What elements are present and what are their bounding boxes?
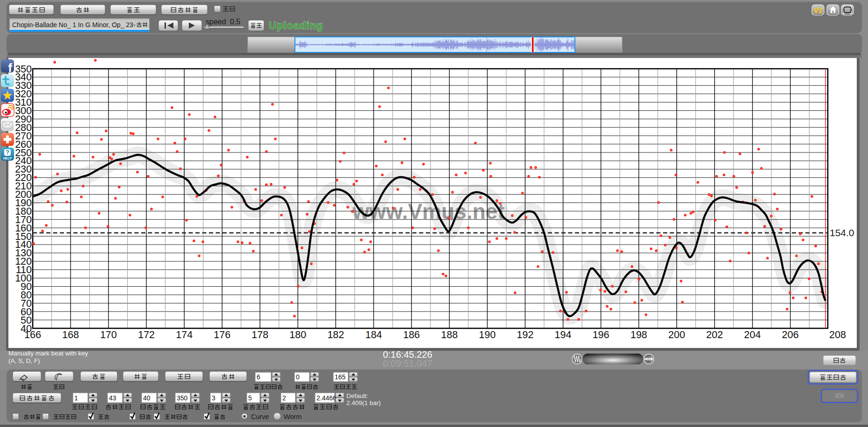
svg-text:180: 180 xyxy=(289,329,306,340)
svg-text:178: 178 xyxy=(251,329,268,340)
svg-text:0.5: 0.5 xyxy=(230,18,240,26)
svg-text:0: 0 xyxy=(296,373,300,381)
svg-text:3: 3 xyxy=(212,394,215,402)
svg-text:2.4466: 2.4466 xyxy=(316,394,337,402)
svg-text:188: 188 xyxy=(441,329,458,340)
svg-text:HELP: HELP xyxy=(3,157,12,160)
svg-text:speed: speed xyxy=(206,18,226,26)
svg-text:Default:: Default: xyxy=(346,392,368,399)
svg-text:186: 186 xyxy=(403,329,420,340)
svg-text:1: 1 xyxy=(74,394,78,402)
svg-text:350: 350 xyxy=(15,64,32,75)
svg-text:176: 176 xyxy=(214,329,230,340)
svg-text:43: 43 xyxy=(109,394,116,402)
svg-text:208: 208 xyxy=(829,329,846,340)
svg-text:165: 165 xyxy=(335,373,346,381)
svg-text:f: f xyxy=(8,61,12,75)
svg-text:194: 194 xyxy=(555,329,572,340)
svg-text:V2: V2 xyxy=(813,7,823,14)
svg-text:2.409(1 bar): 2.409(1 bar) xyxy=(346,399,381,406)
svg-text:Curve: Curve xyxy=(251,413,269,420)
svg-text:?: ? xyxy=(6,149,9,156)
svg-text:350: 350 xyxy=(177,394,188,402)
svg-text:168: 168 xyxy=(62,329,79,340)
svg-text:IOI: IOI xyxy=(835,392,844,399)
svg-text:6: 6 xyxy=(257,373,260,381)
svg-text:170: 170 xyxy=(100,329,117,340)
svg-text:Chopin-Ballade No_ 1 In G Mino: Chopin-Ballade No_ 1 In G Minor, Op_ 23- xyxy=(12,21,136,29)
svg-text:5: 5 xyxy=(248,394,252,402)
svg-text:0:09:51.047: 0:09:51.047 xyxy=(383,358,432,369)
svg-text:190: 190 xyxy=(479,329,496,340)
svg-text:(A, S, D, F): (A, S, D, F) xyxy=(8,357,40,364)
svg-text:174: 174 xyxy=(176,329,193,340)
svg-text:2: 2 xyxy=(282,394,286,402)
svg-text:206: 206 xyxy=(782,329,799,340)
svg-text:Manually mark beat with key: Manually mark beat with key xyxy=(8,350,88,357)
svg-text:198: 198 xyxy=(631,329,647,340)
svg-text:Worm: Worm xyxy=(284,413,301,420)
svg-text:200: 200 xyxy=(668,329,685,340)
svg-text:184: 184 xyxy=(365,329,382,340)
svg-text:40: 40 xyxy=(143,394,151,402)
svg-text:196: 196 xyxy=(593,329,610,340)
svg-text:204: 204 xyxy=(744,329,761,340)
svg-text:154.0: 154.0 xyxy=(830,227,854,238)
svg-text:192: 192 xyxy=(517,329,534,340)
svg-text:166: 166 xyxy=(24,329,41,340)
svg-text:182: 182 xyxy=(327,329,344,340)
svg-text:Uploading: Uploading xyxy=(269,20,323,31)
svg-text:172: 172 xyxy=(138,329,155,340)
svg-text:202: 202 xyxy=(706,329,723,340)
